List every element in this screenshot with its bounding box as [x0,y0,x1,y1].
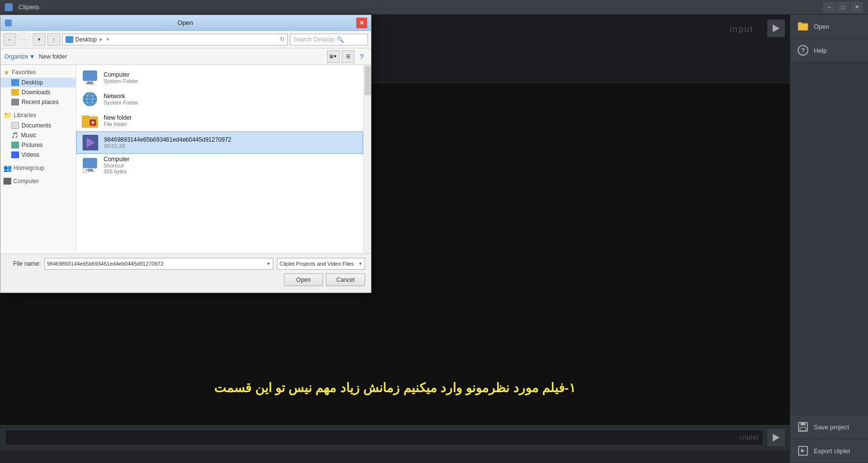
file-icon-computer-shortcut: ↗ [81,156,99,174]
svg-marker-8 [801,449,805,453]
files-scrollbar[interactable] [363,65,371,253]
svg-rect-19 [82,116,89,118]
favorites-section[interactable]: ★ Favorites [0,67,76,78]
nav-dropdown-button[interactable]: ▼ [33,33,45,46]
details-view-icon: ☰ [346,54,350,59]
titlebar-controls: − □ ✕ [823,2,863,13]
music-icon: 🎵 [11,132,19,139]
cliplet-play-icon [773,434,780,442]
search-placeholder: Search Desktop [293,36,335,43]
recent-places-label: Recent places [22,99,59,105]
file-meta-new-folder: File folder [104,121,131,127]
toolbar-spacer [790,63,868,415]
help-label: Help [814,47,827,54]
path-label: Desktop [75,36,97,43]
open-dialog: Open ✕ ← → ▼ ↑ Desktop ► ▼ ↻ Search Desk… [0,15,371,293]
computer-section[interactable]: Computer [0,176,76,186]
nav-path: Desktop ► ▼ ↻ [62,34,288,45]
sidebar-item-pictures[interactable]: Pictures [0,140,76,150]
cliplet-play-button[interactable] [767,429,785,446]
refresh-button[interactable]: ↻ [280,36,284,42]
favorites-star-icon: ★ [3,68,10,76]
sidebar-item-recent-places[interactable]: Recent places [0,97,76,107]
filename-input[interactable]: 98469893144e65b693461ed4eb0445d91270972 … [44,258,273,270]
svg-rect-12 [85,84,95,84]
app-window: Cliplets − □ ✕ input ١-فيلم مورد نظرمونو… [0,0,868,463]
app-titlebar: Cliplets − □ ✕ [0,0,868,15]
help-icon: ? [796,43,810,57]
right-toolbar: Open ? Help [790,15,868,463]
cliplet-label: cliplet [739,434,759,441]
organize-arrow: ▼ [29,53,35,60]
computer-sidebar-icon [3,178,11,185]
scroll-thumb[interactable] [365,66,371,95]
pictures-icon [11,142,19,148]
play-triangle-icon [773,24,780,32]
file-info-computer-top: Computer System Folder [104,71,138,84]
svg-rect-5 [801,422,805,425]
file-meta-video: 00:01:28 [104,143,231,149]
dialog-cancel-button[interactable]: Cancel [326,274,365,286]
path-dropdown-button[interactable]: ▼ [106,37,110,42]
file-item-network[interactable]: Network System Folder [76,88,363,110]
svg-rect-9 [5,20,12,26]
file-icon-new-folder [81,112,99,129]
dialog-open-button[interactable]: Open [284,274,323,286]
file-item-computer-top[interactable]: Computer System Folder [76,67,363,88]
sidebar-item-downloads[interactable]: Downloads [0,87,76,97]
nav-forward-button[interactable]: → [18,33,31,46]
help-button[interactable]: ? Help [790,39,868,63]
app-icon [5,3,13,11]
dialog-icon-area [4,19,14,27]
search-box: Search Desktop 🔍 [290,34,368,45]
file-item-computer-shortcut[interactable]: ↗ Computer Shortcut 355 bytes [76,154,363,176]
new-folder-button[interactable]: New folder [39,53,67,60]
search-icon: 🔍 [337,36,344,43]
sidebar-item-music[interactable]: 🎵 Music [0,130,76,140]
file-name-computer-shortcut: Computer [104,156,130,163]
libraries-section[interactable]: 📁 Libraries [0,110,76,121]
maximize-button[interactable]: □ [837,2,849,13]
input-play-button[interactable] [767,20,785,37]
file-item-new-folder[interactable]: New folder File folder [76,110,363,131]
cliplet-track: cliplet [5,430,763,445]
nav-up-button[interactable]: ↑ [47,33,60,46]
libraries-folder-icon: 📁 [3,111,12,119]
desktop-folder-icon [11,79,19,86]
recent-places-icon [11,99,19,105]
dialog-actions: Organize ▼ New folder ⊞ ▼ ☰ ? [0,48,371,65]
save-project-button[interactable]: Save project [790,415,868,439]
filetype-select[interactable]: Cliplet Projects and Video Files ▼ [277,258,365,270]
dialog-nav: ← → ▼ ↑ Desktop ► ▼ ↻ Search Desktop 🔍 [0,31,371,48]
app-title: Cliplets [19,3,40,11]
nav-back-button[interactable]: ← [3,33,16,46]
file-info-new-folder: New folder File folder [104,114,131,127]
minimize-button[interactable]: − [823,2,836,13]
file-meta-network: System Folder [104,100,138,105]
libraries-label: Libraries [14,112,36,119]
file-item-video[interactable]: 98469893144e65b693461ed4eb0445d91270972 … [76,131,363,154]
export-cliplet-button[interactable]: Export cliplet [790,439,868,463]
open-button[interactable]: Open [790,15,868,39]
persian-subtitle-text: ١-فيلم مورد نظرمونو وارد ميكنيم زمانش زي… [214,380,575,395]
dialog-close-button[interactable]: ✕ [356,18,367,28]
bottom-bar [0,449,790,463]
file-icon-network [81,90,99,108]
svg-text:↗: ↗ [84,168,88,173]
sidebar-item-desktop[interactable]: Desktop [0,78,76,87]
file-icon-computer-top [81,69,99,86]
close-button[interactable]: ✕ [850,2,863,13]
files-container: Computer System Folder [76,65,371,253]
svg-text:?: ? [801,46,805,54]
dialog-help-button[interactable]: ? [356,51,367,62]
sidebar-item-documents[interactable]: Documents [0,121,76,130]
organize-button[interactable]: Organize ▼ [4,53,35,60]
dialog-titlebar: Open ✕ [0,15,371,31]
buttons-row: Open Cancel [6,274,365,286]
sidebar-item-videos[interactable]: Videos [0,150,76,160]
view-mode-button[interactable]: ⊞ ▼ [327,50,340,63]
details-view-button[interactable]: ☰ [342,50,354,63]
homegroup-section[interactable]: 👥 Homegroup [0,163,76,173]
file-name-video: 98469893144e65b693461ed4eb0445d91270972 [104,136,231,143]
save-icon [796,420,810,434]
